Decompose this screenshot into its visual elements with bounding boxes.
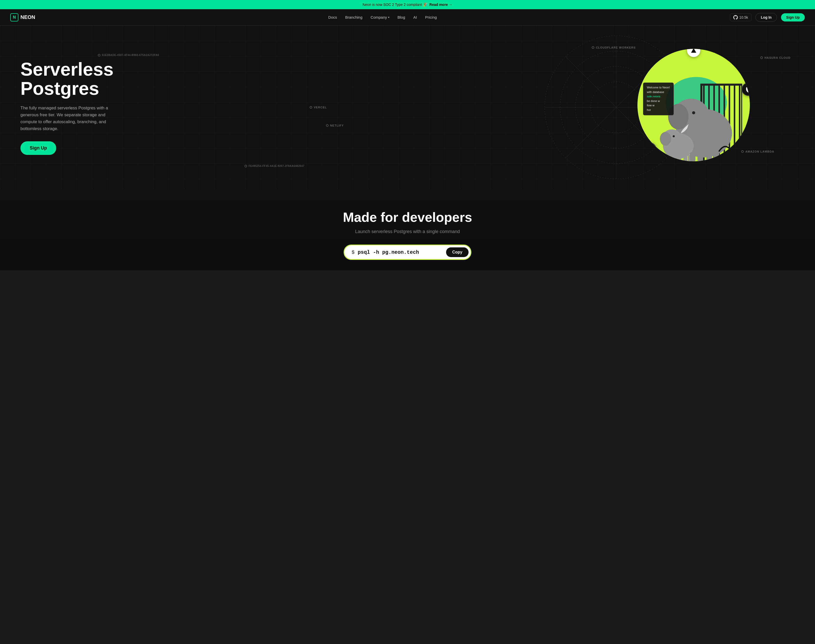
nav-pricing[interactable]: Pricing [425, 15, 437, 20]
svg-rect-32 [706, 152, 712, 161]
vercel-label: VERCEL [309, 106, 327, 109]
cloudflare-label: CLOUDFLARE WORKERS [592, 46, 636, 49]
signup-nav-button[interactable]: Sign Up [781, 13, 805, 21]
dev-section-subtitle: Launch serverless Postgres with a single… [5, 229, 810, 235]
dollar-sign: $ [352, 250, 355, 255]
terminal-command: $ psql -h pg.neon.tech [352, 250, 443, 255]
nav-actions: 10.5k Log In Sign Up [730, 13, 805, 22]
nav-company[interactable]: Company ▾ [371, 15, 389, 20]
terminal-popup: Welcome to Neon! with database sole.neon… [643, 83, 674, 115]
announcement-link[interactable]: Read more → [429, 3, 452, 7]
terminal-command-bar: $ psql -h pg.neon.tech Copy [344, 245, 471, 260]
gem-icon [646, 146, 653, 152]
hero-section: 51E3BADE-4507-4F44-B960-675A2A272FA6 CLO… [0, 26, 815, 189]
chevron-down-icon: ▾ [388, 16, 389, 18]
announcement-bar: Neon is now SOC 2 Type 2 compliant 🎉 Rea… [0, 0, 815, 9]
svg-rect-28 [683, 155, 688, 161]
shield-icon [745, 86, 750, 92]
svg-rect-33 [714, 152, 719, 161]
svg-marker-34 [691, 49, 696, 53]
github-stars: 10.5k [739, 15, 748, 20]
gem-badge [643, 143, 656, 156]
nav-blog[interactable]: Blog [398, 15, 405, 20]
nav-docs[interactable]: Docs [328, 15, 337, 20]
svg-rect-26 [672, 155, 676, 161]
svg-rect-27 [677, 155, 681, 161]
svg-rect-31 [697, 152, 703, 161]
uuid-top-label: 51E3BADE-4507-4F44-B960-675A2A272FA6 [98, 54, 159, 57]
amazon-label: AMAZON LAMBDA [741, 150, 774, 153]
vercel-badge [687, 49, 700, 57]
netlify-label: NETLIFY [326, 124, 344, 127]
shield-badge [741, 83, 750, 96]
logo-text: NEON [20, 14, 35, 20]
dev-section-title: Made for developers [5, 210, 810, 225]
terminal-url: sole.neons [647, 94, 670, 99]
logo[interactable]: N NEON [10, 13, 35, 21]
github-icon [733, 15, 738, 20]
dev-section: Made for developers Launch serverless Po… [0, 189, 815, 270]
hero-content: Serverless Postgres The fully managed se… [0, 39, 143, 176]
hero-title: Serverless Postgres [20, 60, 123, 98]
signup-hero-button[interactable]: Sign Up [20, 141, 56, 155]
terminal-line5: hor [647, 108, 670, 112]
main-nav: N NEON Docs Branching Company ▾ Blog AI … [0, 9, 815, 26]
svg-rect-30 [690, 152, 696, 161]
hero-description: The fully managed serverless Postgres wi… [20, 104, 123, 132]
hasura-label: HASURA CLOUD [760, 56, 790, 59]
nav-ai[interactable]: AI [414, 15, 417, 20]
logo-icon: N [10, 13, 18, 21]
announcement-text: Neon is now SOC 2 Type 2 compliant 🎉 [363, 3, 427, 7]
svg-point-21 [692, 111, 695, 114]
uuid-bottom-label: FE495254-FF45-4A1E-9207-2F8AA6482547 [245, 164, 305, 167]
terminal-line3: be done w [647, 99, 670, 103]
github-badge[interactable]: 10.5k [730, 14, 751, 21]
copy-button[interactable]: Copy [446, 247, 469, 257]
triangle-icon [691, 49, 697, 54]
command-text: psql -h pg.neon.tech [358, 250, 419, 255]
svg-point-25 [673, 135, 675, 137]
elephant-illustration: Welcome to Neon! with database sole.neon… [637, 49, 750, 161]
nav-branching[interactable]: Branching [345, 15, 363, 20]
nav-links: Docs Branching Company ▾ Blog AI Pricing [328, 15, 437, 20]
terminal-line2: with database [647, 90, 670, 95]
login-button[interactable]: Log In [755, 13, 777, 22]
terminal-line1: Welcome to Neon! [647, 85, 670, 90]
terminal-line4: llow w [647, 103, 670, 108]
